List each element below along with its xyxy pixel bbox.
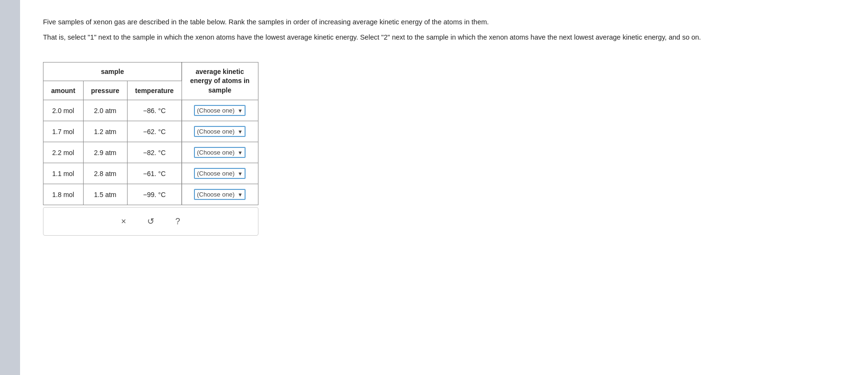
table-row: 2.2 mol2.9 atm−82. °C(Choose one)12345▼ — [43, 142, 258, 163]
cell-dropdown: (Choose one)12345▼ — [182, 100, 258, 121]
cell-temperature: −86. °C — [127, 100, 182, 121]
undo-button[interactable]: ↺ — [143, 214, 158, 229]
instruction-line1: Five samples of xenon gas are described … — [43, 17, 845, 28]
dropdown-row-0[interactable]: (Choose one)12345 — [197, 107, 236, 114]
action-bar: × ↺ ? — [43, 207, 258, 236]
help-button[interactable]: ? — [171, 215, 184, 229]
cell-pressure: 2.8 atm — [83, 163, 127, 184]
cell-dropdown: (Choose one)12345▼ — [182, 142, 258, 163]
cell-amount: 2.0 mol — [43, 100, 84, 121]
cell-temperature: −82. °C — [127, 142, 182, 163]
cell-amount: 2.2 mol — [43, 142, 84, 163]
cell-temperature: −99. °C — [127, 184, 182, 205]
chevron-down-icon: ▼ — [237, 192, 243, 198]
table-container: sample average kinetic energy of atoms i… — [43, 62, 258, 236]
header-sample: sample — [43, 62, 182, 81]
data-table: sample average kinetic energy of atoms i… — [43, 62, 258, 206]
subheader-temperature: temperature — [127, 81, 182, 100]
table-row: 1.7 mol1.2 atm−62. °C(Choose one)12345▼ — [43, 121, 258, 142]
table-row: 1.8 mol1.5 atm−99. °C(Choose one)12345▼ — [43, 184, 258, 205]
cell-pressure: 2.9 atm — [83, 142, 127, 163]
clear-button[interactable]: × — [118, 215, 130, 229]
content-area: Five samples of xenon gas are described … — [20, 0, 868, 375]
cell-pressure: 1.2 atm — [83, 121, 127, 142]
chevron-down-icon: ▼ — [237, 150, 243, 156]
instructions: Five samples of xenon gas are described … — [43, 17, 845, 43]
subheader-amount: amount — [43, 81, 84, 100]
cell-temperature: −62. °C — [127, 121, 182, 142]
dropdown-row-1[interactable]: (Choose one)12345 — [197, 128, 236, 135]
chevron-down-icon: ▼ — [237, 129, 243, 135]
cell-pressure: 2.0 atm — [83, 100, 127, 121]
chevron-down-icon: ▼ — [237, 171, 243, 177]
cell-dropdown: (Choose one)12345▼ — [182, 163, 258, 184]
cell-pressure: 1.5 atm — [83, 184, 127, 205]
cell-amount: 1.1 mol — [43, 163, 84, 184]
dropdown-row-2[interactable]: (Choose one)12345 — [197, 149, 236, 156]
table-row: 2.0 mol2.0 atm−86. °C(Choose one)12345▼ — [43, 100, 258, 121]
dropdown-row-3[interactable]: (Choose one)12345 — [197, 170, 236, 177]
table-row: 1.1 mol2.8 atm−61. °C(Choose one)12345▼ — [43, 163, 258, 184]
dropdown-row-4[interactable]: (Choose one)12345 — [197, 191, 236, 198]
cell-dropdown: (Choose one)12345▼ — [182, 121, 258, 142]
subheader-pressure: pressure — [83, 81, 127, 100]
left-sidebar — [0, 0, 20, 375]
header-energy: average kinetic energy of atoms in sampl… — [182, 62, 258, 100]
instruction-line2: That is, select "1" next to the sample i… — [43, 32, 845, 43]
cell-dropdown: (Choose one)12345▼ — [182, 184, 258, 205]
chevron-down-icon: ▼ — [237, 108, 243, 114]
cell-amount: 1.7 mol — [43, 121, 84, 142]
cell-amount: 1.8 mol — [43, 184, 84, 205]
cell-temperature: −61. °C — [127, 163, 182, 184]
